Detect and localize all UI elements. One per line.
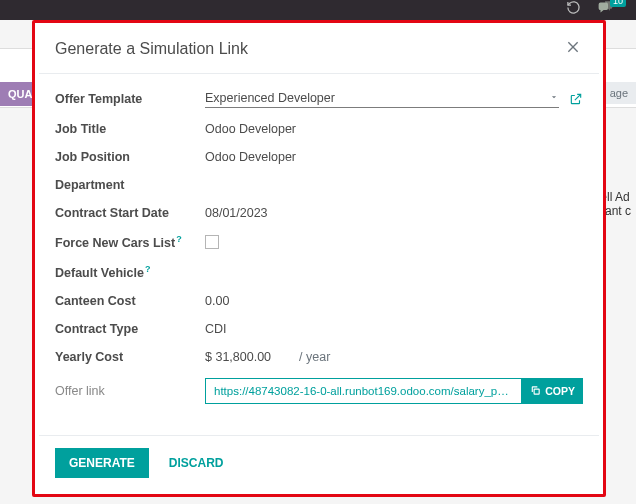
- close-button[interactable]: [563, 37, 583, 61]
- label-contract-start-date: Contract Start Date: [55, 206, 205, 220]
- label-yearly-cost: Yearly Cost: [55, 350, 205, 364]
- generate-button[interactable]: GENERATE: [55, 448, 149, 478]
- label-job-position: Job Position: [55, 150, 205, 164]
- discard-button[interactable]: DISCARD: [157, 448, 236, 478]
- offer-template-input[interactable]: [205, 91, 549, 105]
- message-count-badge: 10: [610, 0, 626, 7]
- offer-link-input[interactable]: [205, 378, 522, 404]
- help-icon[interactable]: ?: [176, 234, 182, 244]
- value-canteen-cost[interactable]: 0.00: [205, 294, 583, 308]
- label-contract-type: Contract Type: [55, 322, 205, 336]
- external-link-icon[interactable]: [569, 92, 583, 106]
- value-job-position[interactable]: Odoo Developer: [205, 150, 583, 164]
- dropdown-caret-icon[interactable]: [549, 90, 559, 105]
- yearly-cost-unit: / year: [299, 350, 330, 364]
- copy-button[interactable]: COPY: [522, 378, 583, 404]
- label-job-title: Job Title: [55, 122, 205, 136]
- value-contract-type[interactable]: CDI: [205, 322, 583, 336]
- value-job-title[interactable]: Odoo Developer: [205, 122, 583, 136]
- label-force-new-cars: Force New Cars List?: [55, 234, 205, 250]
- value-yearly-cost[interactable]: $ 31,800.00: [205, 350, 271, 364]
- label-default-vehicle: Default Vehicle?: [55, 264, 205, 280]
- copy-icon: [530, 385, 541, 398]
- label-canteen-cost: Canteen Cost: [55, 294, 205, 308]
- value-contract-start-date[interactable]: 08/01/2023: [205, 206, 583, 220]
- label-offer-template: Offer Template: [55, 92, 205, 106]
- label-offer-link: Offer link: [55, 384, 205, 398]
- modal-title: Generate a Simulation Link: [55, 40, 248, 58]
- help-icon[interactable]: ?: [145, 264, 151, 274]
- stage-tag-partial[interactable]: age: [602, 82, 636, 104]
- copy-label: COPY: [545, 385, 575, 397]
- label-department: Department: [55, 178, 205, 192]
- reload-icon[interactable]: [566, 0, 581, 15]
- force-new-cars-checkbox[interactable]: [205, 235, 219, 249]
- svg-rect-2: [534, 389, 539, 394]
